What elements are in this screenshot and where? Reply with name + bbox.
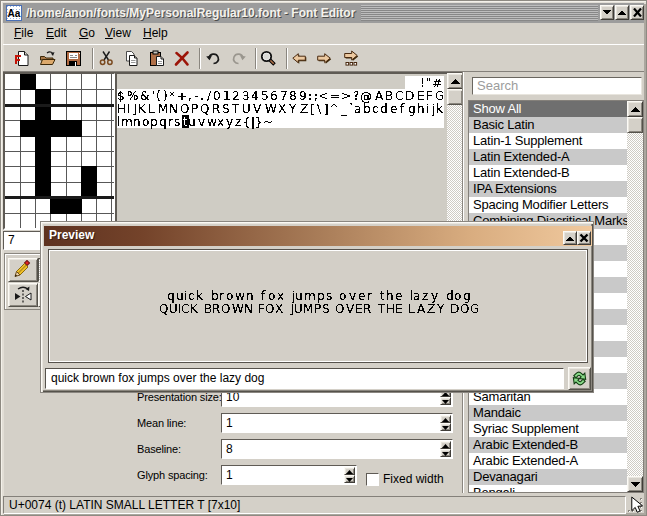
- spin-down-button[interactable]: [440, 423, 451, 431]
- refresh-preview-button[interactable]: [568, 367, 591, 390]
- mean-line-spinbox[interactable]: 1: [221, 413, 453, 433]
- copy-button[interactable]: [123, 50, 140, 67]
- close-icon: [579, 233, 589, 243]
- glyph-pixel[interactable]: [35, 105, 51, 121]
- block-item-spacing-modifier-letters[interactable]: Spacing Modifier Letters: [469, 197, 628, 213]
- glyph-pixel[interactable]: [20, 74, 36, 90]
- dialog-close-button[interactable]: [577, 231, 591, 245]
- field-label: Baseline:: [137, 439, 181, 459]
- arrow-down-icon: [442, 400, 449, 404]
- glyph-pixel[interactable]: [35, 136, 51, 152]
- list-scroll-down-button[interactable]: [627, 476, 643, 492]
- glyph-pixel[interactable]: [35, 166, 51, 183]
- search-icon: [260, 50, 277, 67]
- preview-dialog-titlebar[interactable]: Preview: [44, 226, 592, 246]
- spinbox-value[interactable]: 1: [226, 414, 233, 432]
- spin-down-button[interactable]: [440, 397, 451, 405]
- open-button[interactable]: [39, 50, 56, 67]
- baseline-spinbox[interactable]: 8: [221, 439, 453, 459]
- titlebar[interactable]: Aa /home/anon/fonts/MyPersonalRegular10.…: [3, 3, 644, 23]
- block-item-devanagari[interactable]: Devanagari: [469, 469, 628, 485]
- block-item-latin-1-supplement[interactable]: Latin-1 Supplement: [469, 133, 628, 149]
- list-scroll-up-button[interactable]: [627, 101, 643, 117]
- block-item-show-all[interactable]: Show All: [469, 101, 628, 117]
- preview-dialog: Preview quick brown fox jumps over the l…: [40, 221, 594, 393]
- menu-help[interactable]: Help: [140, 23, 171, 44]
- previous-glyph-button[interactable]: [291, 50, 308, 67]
- titlebar-grip-texture: [361, 5, 598, 21]
- glyph-edit-grid[interactable]: [3, 72, 116, 230]
- preview-dialog-title: Preview: [49, 226, 94, 246]
- fixed-width-checkbox[interactable]: [366, 473, 379, 486]
- maximize-button[interactable]: [615, 5, 629, 20]
- block-item-arabic-extended-b[interactable]: Arabic Extended-B: [469, 437, 628, 453]
- toolbar: [3, 44, 644, 72]
- charmap-scroll-thumb[interactable]: [447, 89, 463, 105]
- flip-horizontal-button[interactable]: [8, 283, 38, 307]
- glyph-pixel[interactable]: [20, 120, 82, 137]
- delete-icon: [174, 50, 191, 67]
- close-button[interactable]: [630, 5, 644, 20]
- glyph-spacing-spinbox[interactable]: 1: [221, 465, 357, 485]
- goto-glyph-button[interactable]: [342, 50, 359, 67]
- maximize-icon: [617, 8, 628, 17]
- minimize-button[interactable]: [600, 5, 614, 20]
- undo-icon: [205, 50, 222, 67]
- charmap-glyphs[interactable]: [117, 74, 444, 130]
- block-item-latin-extended-a[interactable]: Latin Extended-A: [469, 149, 628, 165]
- spin-down-button[interactable]: [344, 475, 355, 483]
- grid-line: [5, 166, 114, 167]
- menu-file[interactable]: File: [11, 23, 36, 44]
- list-scroll-thumb[interactable]: [627, 117, 643, 133]
- block-item-mandaic[interactable]: Mandaic: [469, 405, 628, 421]
- block-item-ipa-extensions[interactable]: IPA Extensions: [469, 181, 628, 197]
- close-icon: [632, 8, 643, 17]
- spin-up-button[interactable]: [440, 415, 451, 423]
- redo-button[interactable]: [230, 50, 247, 67]
- search-button[interactable]: [260, 50, 277, 67]
- spin-up-button[interactable]: [440, 441, 451, 449]
- next-glyph-button[interactable]: [316, 50, 333, 67]
- delete-button[interactable]: [174, 50, 191, 67]
- shade-icon: [566, 236, 574, 241]
- block-item-basic-latin[interactable]: Basic Latin: [469, 117, 628, 133]
- block-list-scrollbar[interactable]: [627, 101, 643, 492]
- flip-horizontal-icon: [12, 285, 34, 305]
- save-button[interactable]: [65, 50, 82, 67]
- menu-go[interactable]: Go: [76, 23, 98, 44]
- block-item-arabic-extended-a[interactable]: Arabic Extended-A: [469, 453, 628, 469]
- refresh-icon: [571, 370, 588, 387]
- charmap-scroll-up-button[interactable]: [447, 73, 463, 89]
- spinner-buttons: [440, 441, 451, 457]
- glyph-pixel[interactable]: [50, 197, 82, 214]
- spin-up-button[interactable]: [344, 467, 355, 475]
- dialog-shade-button[interactable]: [563, 231, 577, 245]
- arrow-up-icon: [442, 444, 449, 448]
- menu-view[interactable]: View: [102, 23, 134, 44]
- block-item-syriac-supplement[interactable]: Syriac Supplement: [469, 421, 628, 437]
- spinbox-value[interactable]: 1: [226, 466, 233, 484]
- pencil-tool-button[interactable]: [8, 258, 38, 282]
- search-input[interactable]: Search: [472, 77, 642, 95]
- block-item-bengali[interactable]: Bengali: [469, 485, 628, 493]
- pencil-icon: [12, 260, 32, 280]
- field-label: Mean line:: [137, 413, 186, 433]
- arrow-left-icon: [291, 50, 308, 67]
- cut-button[interactable]: [98, 50, 115, 67]
- preview-text-area: [48, 249, 588, 363]
- preview-text-input[interactable]: quick brown fox jumps over the lazy dog: [45, 368, 564, 389]
- toolbar-separator: [199, 48, 201, 69]
- preview-rendered-text: [50, 251, 588, 363]
- new-font-button[interactable]: [14, 50, 31, 67]
- glyph-pixel[interactable]: [81, 166, 97, 183]
- arrow-up-icon: [451, 79, 460, 85]
- undo-button[interactable]: [205, 50, 222, 67]
- paste-button[interactable]: [149, 50, 166, 67]
- toolbar-separator: [255, 48, 257, 69]
- block-item-latin-extended-b[interactable]: Latin Extended-B: [469, 165, 628, 181]
- glyph-pixel[interactable]: [35, 151, 51, 167]
- spin-down-button[interactable]: [440, 449, 451, 457]
- arrow-up-icon: [631, 107, 640, 113]
- spinbox-value[interactable]: 8: [226, 440, 233, 458]
- menu-edit[interactable]: Edit: [43, 23, 70, 44]
